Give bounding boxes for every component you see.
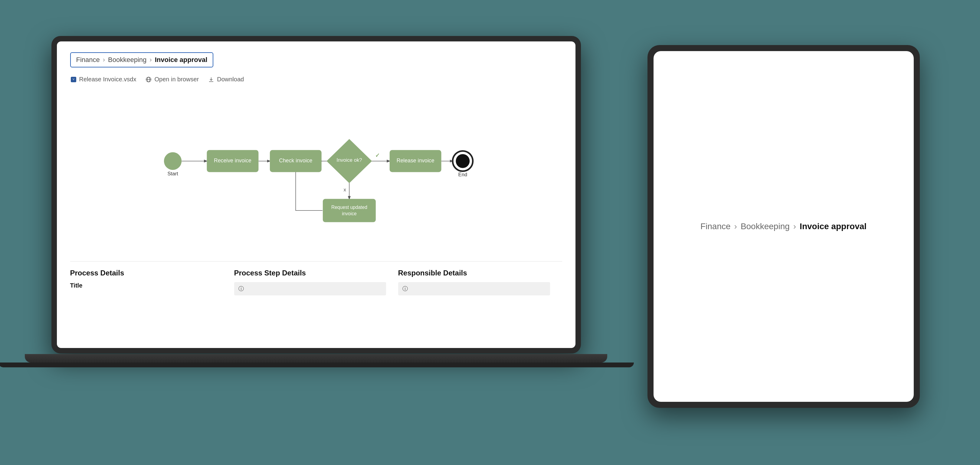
- toolbar-open[interactable]: Open in browser: [145, 76, 199, 83]
- responsible-section: Responsible Details ⓘ: [398, 269, 562, 295]
- file-label: Release Invoice.vsdx: [79, 76, 137, 83]
- svg-text:✓: ✓: [375, 152, 380, 159]
- svg-text:invoice: invoice: [342, 211, 357, 216]
- step-field: ⓘ: [234, 282, 386, 295]
- end-inner: [456, 154, 469, 168]
- start-node: [164, 152, 181, 170]
- breadcrumb-finance[interactable]: Finance: [76, 56, 100, 64]
- tablet-frame: Finance › Bookkeeping › Invoice approval: [648, 45, 920, 408]
- open-label: Open in browser: [154, 76, 199, 83]
- breadcrumb-bookkeeping[interactable]: Bookkeeping: [108, 56, 146, 64]
- step-info-icon: ⓘ: [239, 285, 244, 292]
- flow-svg: ✓ x Start: [70, 95, 562, 246]
- tablet-screen: Finance › Bookkeeping › Invoice approval: [654, 51, 914, 402]
- laptop-base: [25, 354, 607, 362]
- flow-diagram: ✓ x Start: [70, 95, 562, 246]
- bottom-sections: Process Details Title Process Step Detai…: [70, 261, 562, 295]
- breadcrumb-sep-1: ›: [103, 56, 105, 64]
- visio-icon: V: [70, 76, 77, 83]
- request-node: [323, 199, 375, 222]
- svg-text:V: V: [72, 78, 74, 81]
- responsible-info-icon: ⓘ: [402, 285, 408, 292]
- svg-text:Invoice ok?: Invoice ok?: [336, 157, 362, 163]
- breadcrumb-current: Invoice approval: [155, 56, 208, 64]
- laptop-device: Finance › Bookkeeping › Invoice approval: [51, 36, 581, 384]
- tablet-bc-sep-1: ›: [734, 222, 737, 231]
- laptop-base-bottom: [0, 362, 634, 367]
- laptop-content: Finance › Bookkeeping › Invoice approval: [57, 41, 576, 348]
- breadcrumb[interactable]: Finance › Bookkeeping › Invoice approval: [70, 52, 213, 67]
- tablet-bc-bookkeeping[interactable]: Bookkeeping: [741, 222, 790, 231]
- process-title: Process Details: [70, 269, 222, 277]
- svg-text:x: x: [344, 187, 346, 193]
- download-label: Download: [217, 76, 244, 83]
- breadcrumb-sep-2: ›: [150, 56, 151, 64]
- step-section: Process Step Details ⓘ: [234, 269, 398, 295]
- laptop-screen: Finance › Bookkeeping › Invoice approval: [57, 41, 576, 348]
- step-title: Process Step Details: [234, 269, 386, 277]
- svg-text:End: End: [458, 172, 467, 178]
- tablet-device: Finance › Bookkeeping › Invoice approval: [648, 45, 920, 408]
- svg-text:Request updated: Request updated: [331, 205, 367, 210]
- toolbar-download[interactable]: Download: [208, 76, 244, 83]
- responsible-field: ⓘ: [398, 282, 550, 295]
- process-field-label: Title: [70, 282, 222, 289]
- laptop-frame: Finance › Bookkeeping › Invoice approval: [51, 36, 581, 354]
- tablet-breadcrumb: Finance › Bookkeeping › Invoice approval: [700, 222, 867, 231]
- tablet-bc-finance[interactable]: Finance: [700, 222, 731, 231]
- svg-text:Check invoice: Check invoice: [279, 157, 312, 163]
- browser-icon: [145, 76, 152, 83]
- toolbar: V Release Invoice.vsdx: [70, 76, 562, 83]
- scene: Finance › Bookkeeping › Invoice approval: [36, 21, 944, 444]
- responsible-title: Responsible Details: [398, 269, 550, 277]
- tablet-bc-sep-2: ›: [793, 222, 796, 231]
- svg-text:Release invoice: Release invoice: [396, 157, 434, 163]
- tablet-bc-current: Invoice approval: [800, 222, 867, 231]
- process-section: Process Details Title: [70, 269, 234, 295]
- download-icon: [208, 76, 215, 83]
- svg-text:Start: Start: [167, 171, 178, 176]
- svg-text:Receive invoice: Receive invoice: [214, 157, 251, 163]
- toolbar-file[interactable]: V Release Invoice.vsdx: [70, 76, 137, 83]
